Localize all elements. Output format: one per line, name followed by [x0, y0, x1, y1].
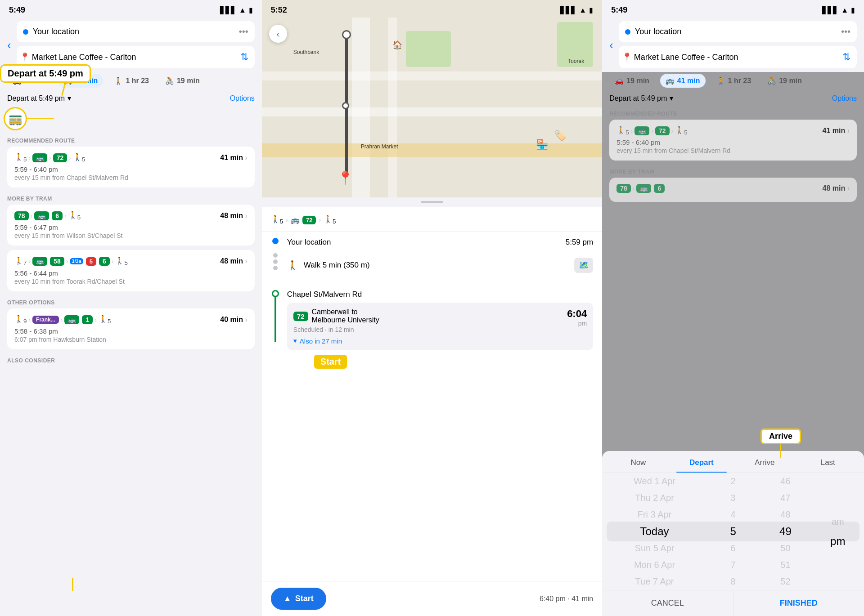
destination-pin-icon-right: 📍 — [624, 54, 630, 60]
picker-cancel-button[interactable]: CANCEL — [602, 590, 733, 616]
depart-row-left: Depart at 5:49 pm ▾ Options Depart at 5:… — [0, 91, 262, 107]
picker-min-0[interactable]: 46 — [759, 473, 811, 490]
options-button-right[interactable]: Options — [832, 94, 857, 103]
picker-day-1[interactable]: Thu 2 Apr — [602, 490, 707, 506]
picker-day-4[interactable]: Sun 5 Apr — [602, 540, 707, 557]
signal-icon: ▋▋▋ — [220, 6, 236, 14]
badge-58-num: 58 — [50, 257, 64, 266]
picker-min-6[interactable]: 52 — [759, 573, 811, 590]
step-walk-title: Walk 5 min (350 m) — [304, 261, 370, 270]
picker-hour-4[interactable]: 6 — [707, 540, 759, 557]
recommended-route-card-right[interactable]: 🚶5 › 🚌 › 72 › 🚶5 41 min › 5:59 - 6:40 pm… — [609, 120, 857, 161]
wifi-icon: ▲ — [239, 6, 246, 14]
tram-stop-dot — [272, 290, 279, 297]
picker-hour-0[interactable]: 2 — [707, 473, 759, 490]
start-callout-annotation: Start — [314, 355, 347, 369]
picker-min-2[interactable]: 48 — [759, 506, 811, 523]
tram-partial-card-right[interactable]: 78 › 🚌 6 48 min › — [609, 178, 857, 202]
tram-badge: 🚌 — [32, 153, 47, 162]
back-button-right[interactable]: ‹ — [609, 39, 613, 51]
tab-drive-right[interactable]: 🚗 19 min — [609, 74, 655, 88]
step-dot-col-3 — [271, 290, 280, 342]
map-back-button[interactable]: ‹ — [269, 25, 287, 43]
picker-hour-2[interactable]: 4 — [707, 506, 759, 523]
picker-pm[interactable]: pm — [812, 531, 864, 551]
tab-bike-right[interactable]: 🚴 19 min — [762, 74, 807, 88]
recommended-freq: every 15 min from Chapel St/Malvern Rd — [14, 174, 248, 181]
options-button-left[interactable]: Options — [230, 94, 255, 103]
picker-tab-depart[interactable]: Depart — [670, 451, 733, 473]
origin-search-row-right[interactable]: Your location ••• — [619, 21, 857, 42]
picker-hour-6[interactable]: 8 — [707, 573, 759, 590]
picker-min-selected[interactable]: 49 — [759, 523, 811, 540]
picker-day-5[interactable]: Mon 6 Apr — [602, 557, 707, 573]
depart-time-right[interactable]: Depart at 5:49 pm ▾ — [609, 94, 673, 103]
tram-route-2-icons: 🚶7 › 🚌 58 › 3/3a 5 6 › 🚶5 — [14, 256, 128, 266]
picker-min-5[interactable]: 51 — [759, 557, 811, 573]
picker-min-4[interactable]: 50 — [759, 540, 811, 557]
destination-search-row-right[interactable]: 📍 Market Lane Coffee - Carlton ⇅ — [619, 46, 857, 68]
also-in-label: Also in 27 min — [300, 337, 342, 345]
chevron-2: › — [49, 154, 51, 161]
tram-arrival-time: 6:04 pm — [567, 308, 587, 327]
step-icons-row: 🚶5 › 🚌 72 › 🚶5 — [262, 211, 602, 232]
picker-day-6[interactable]: Tue 7 Apr — [602, 573, 707, 590]
picker-day-0[interactable]: Wed 1 Apr — [602, 473, 707, 490]
swap-button-right[interactable]: ⇅ — [842, 51, 850, 63]
picker-hour-5[interactable]: 7 — [707, 557, 759, 573]
picker-day-2[interactable]: Fri 3 Apr — [602, 506, 707, 523]
picker-tabs: Now Depart Arrive Last — [602, 451, 864, 473]
tram-route-2-card[interactable]: 🚶7 › 🚌 58 › 3/3a 5 6 › 🚶5 48 min › 5:56 … — [7, 250, 255, 291]
step-chevron-1: › — [286, 216, 288, 223]
badge-3-3a: 3/3a — [70, 258, 83, 264]
picker-day-today[interactable]: Today — [602, 523, 707, 540]
tab-transit-right[interactable]: 🚌 41 min — [660, 74, 706, 88]
prahran-label: Prahran Market — [361, 143, 398, 150]
recommended-route-card[interactable]: 🚶5 › 🚌 › 72 › 🚶5 41 min › 5:59 - 6:40 pm… — [7, 147, 255, 187]
start-annotation-line — [72, 578, 73, 591]
depart-arrow: ▾ — [68, 94, 71, 103]
tab-bike[interactable]: 🚴 19 min — [160, 74, 205, 88]
tram-route-1-times: 5:59 - 6:47 pm — [14, 223, 248, 231]
origin-input[interactable]: Your location — [33, 27, 234, 36]
picker-min-1[interactable]: 47 — [759, 490, 811, 506]
tab-walk-right[interactable]: 🚶 1 hr 23 — [711, 74, 757, 88]
more-options-btn[interactable]: ••• — [239, 27, 248, 37]
destination-input[interactable]: Market Lane Coffee - Carlton — [32, 53, 236, 62]
tab-walk[interactable]: 🚶 1 hr 23 — [108, 74, 154, 88]
route-detail-panel: 🚶5 › 🚌 72 › 🚶5 Your location 5:59 pm — [262, 207, 602, 581]
tram-line-vert — [274, 297, 276, 342]
picker-col-ampm[interactable]: am pm — [812, 473, 864, 590]
routes-scroll-left[interactable]: RECOMMENDED ROUTE 🚶5 › 🚌 › 72 › 🚶5 41 mi… — [0, 134, 262, 616]
map-view[interactable]: 📍 Southbank Prahran Market Toorak 🏪 🏷️ 🏠… — [262, 18, 602, 197]
start-button[interactable]: ▲ Start — [271, 588, 326, 610]
picker-hour-1[interactable]: 3 — [707, 490, 759, 506]
picker-columns[interactable]: Wed 1 Apr Thu 2 Apr Fri 3 Apr Today Sun … — [602, 473, 864, 590]
picker-col-minute[interactable]: 46 47 48 49 50 51 52 — [759, 473, 811, 590]
battery-icon-m: ▮ — [589, 6, 593, 14]
car-icon-r: 🚗 — [615, 76, 624, 85]
other-route-1-card[interactable]: 🚶9 › Frank... › 🚌 1 › 🚶5 40 min › 5:58 -… — [7, 308, 255, 349]
also-in-row[interactable]: ▾ Also in 27 min — [293, 337, 587, 345]
swap-button[interactable]: ⇅ — [240, 51, 248, 63]
drag-handle[interactable] — [421, 201, 443, 203]
picker-am[interactable]: am — [812, 512, 864, 531]
back-button-left[interactable]: ‹ — [7, 39, 11, 51]
map-mini-icon: 🗺️ — [574, 258, 593, 273]
picker-col-hour[interactable]: 2 3 4 5 6 7 8 — [707, 473, 759, 590]
step-dot-col-2 — [271, 253, 280, 270]
origin-input-right[interactable]: Your location — [635, 27, 837, 36]
picker-finished-button[interactable]: FINISHED — [734, 590, 864, 616]
walk-step-icon: 🚶 — [287, 260, 298, 271]
picker-tab-now[interactable]: Now — [607, 451, 670, 473]
origin-search-row[interactable]: Your location ••• — [17, 21, 255, 42]
picker-tab-last[interactable]: Last — [796, 451, 860, 473]
tram-72-badge-detail: 72 — [293, 312, 308, 321]
picker-col-day[interactable]: Wed 1 Apr Thu 2 Apr Fri 3 Apr Today Sun … — [602, 473, 707, 590]
tram-route-1-card[interactable]: 78 › 🚌 6 › 🚶5 48 min › 5:59 - 6:47 pm ev… — [7, 205, 255, 246]
signal-icon-m: ▋▋▋ — [560, 6, 576, 14]
picker-hour-selected[interactable]: 5 — [707, 523, 759, 540]
date-picker-overlay[interactable]: Now Depart Arrive Last Arrive Wed 1 Apr — [602, 451, 864, 616]
destination-input-right[interactable]: Market Lane Coffee - Carlton — [634, 53, 838, 62]
more-options-btn-right[interactable]: ••• — [841, 27, 850, 37]
